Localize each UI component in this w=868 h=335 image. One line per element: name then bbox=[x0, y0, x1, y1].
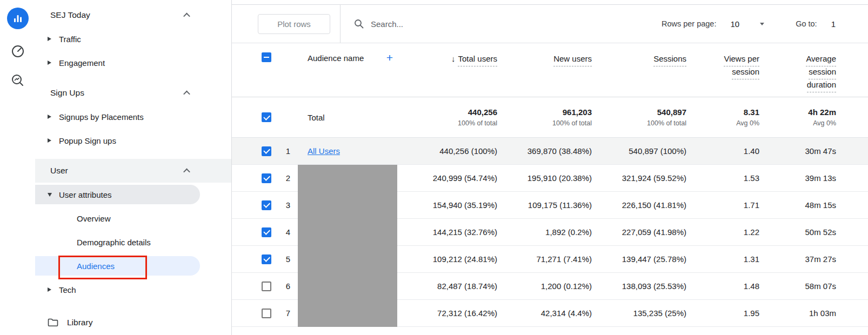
plot-rows-button[interactable]: Plot rows bbox=[258, 14, 330, 34]
row-index: 1 bbox=[278, 146, 298, 156]
selected-pill-background bbox=[35, 256, 200, 276]
nav-item-engagement[interactable]: Engagement bbox=[35, 51, 231, 75]
expand-right-icon bbox=[48, 61, 51, 65]
metric-cell: 1.48 bbox=[686, 282, 759, 291]
table-body: 1 All Users 440,256 (100%) 369,870 (38.4… bbox=[232, 138, 868, 327]
metric-cell: 1,892 (0.2%) bbox=[497, 227, 592, 237]
go-to-page-value[interactable]: 1 bbox=[831, 19, 836, 29]
nav-item-signups-by-placements[interactable]: Signups by Placements bbox=[35, 105, 231, 129]
metric-cell: 144,215 (32.76%) bbox=[402, 227, 497, 237]
nav-section-sej-today[interactable]: SEJ Today bbox=[35, 3, 231, 27]
column-header-avg-session-duration[interactable]: Average session duration bbox=[759, 52, 836, 91]
audiences-report-main: Plot rows Rows per page: 10 Go to: 1 Aud… bbox=[231, 0, 868, 335]
expand-right-icon bbox=[48, 138, 51, 143]
row-checkbox[interactable] bbox=[262, 254, 271, 264]
expand-right-icon bbox=[48, 287, 51, 292]
table-row: 6 82,487 (18.74%) 1,200 (0.12%) 138,093 … bbox=[232, 273, 868, 300]
column-header-sessions[interactable]: Sessions bbox=[592, 52, 686, 65]
redacted-name-block bbox=[298, 192, 397, 219]
metric-cell: 50m 52s bbox=[759, 227, 836, 237]
toolbar-divider bbox=[340, 5, 340, 43]
rows-per-page-label: Rows per page: bbox=[662, 19, 717, 28]
chevron-up-icon bbox=[183, 90, 190, 97]
analytics-bar-chart-icon[interactable] bbox=[7, 8, 29, 29]
row-checkbox[interactable] bbox=[262, 309, 271, 318]
nav-item-audiences[interactable]: Audiences bbox=[35, 254, 231, 278]
expand-right-icon bbox=[48, 37, 51, 41]
nav-item-traffic[interactable]: Traffic bbox=[35, 27, 231, 51]
redacted-name-block bbox=[298, 300, 397, 327]
audience-name-column-header[interactable]: Audience name bbox=[308, 53, 364, 63]
table-row: 3 154,940 (35.19%) 109,175 (11.36%) 226,… bbox=[232, 192, 868, 219]
metric-cell: 440,256 (100%) bbox=[402, 146, 497, 156]
total-new-users: 961,203 100% of total bbox=[497, 108, 592, 127]
column-header-total-users[interactable]: ↓Total users bbox=[402, 52, 497, 65]
column-header-new-users[interactable]: New users bbox=[497, 52, 592, 65]
metric-cell: 42,314 (4.4%) bbox=[497, 309, 592, 318]
rows-per-page-value[interactable]: 10 bbox=[730, 19, 739, 29]
total-sessions: 540,897 100% of total bbox=[592, 108, 686, 127]
nav-item-label: Engagement bbox=[59, 58, 105, 68]
row-checkbox[interactable] bbox=[262, 173, 271, 183]
row-checkbox[interactable] bbox=[262, 282, 271, 291]
search-insights-icon[interactable] bbox=[11, 73, 25, 88]
metric-cell: 1.31 bbox=[686, 254, 759, 264]
metric-cell: 1.53 bbox=[686, 173, 759, 183]
metric-cell: 37m 27s bbox=[759, 254, 836, 264]
go-to-label: Go to: bbox=[796, 19, 817, 28]
pagination-controls: Rows per page: 10 Go to: 1 bbox=[662, 19, 836, 29]
nav-item-user-attributes[interactable]: User attributes bbox=[35, 183, 231, 206]
metric-cell: 135,235 (25%) bbox=[592, 309, 686, 318]
expand-right-icon bbox=[48, 115, 51, 119]
bar-chart-glyph bbox=[12, 13, 23, 24]
add-column-button[interactable]: + bbox=[386, 52, 393, 63]
nav-section-user[interactable]: User bbox=[35, 159, 231, 183]
search-input[interactable] bbox=[371, 19, 544, 29]
nav-item-label: Signups by Placements bbox=[59, 112, 144, 122]
nav-section-sign-ups[interactable]: Sign Ups bbox=[35, 81, 231, 105]
total-views-per-session: 8.31 Avg 0% bbox=[686, 108, 759, 127]
expand-down-icon bbox=[48, 193, 52, 197]
metric-cell: 30m 47s bbox=[759, 146, 836, 156]
nav-item-label: Tech bbox=[59, 285, 76, 294]
dropdown-caret-icon[interactable] bbox=[760, 23, 764, 25]
nav-item-popup-sign-ups[interactable]: Popup Sign ups bbox=[35, 129, 231, 152]
metric-cell: 71,271 (7.41%) bbox=[497, 254, 592, 264]
table-header-row: Audience name + ↓Total users New users S… bbox=[232, 43, 868, 97]
table-row: 1 All Users 440,256 (100%) 369,870 (38.4… bbox=[232, 138, 868, 165]
row-index: 5 bbox=[278, 254, 298, 264]
redacted-name-block bbox=[298, 219, 397, 246]
table-total-row: Total 440,256 100% of total 961,203 100%… bbox=[232, 97, 868, 138]
metric-cell: 139,447 (25.78%) bbox=[592, 254, 686, 264]
metric-cell: 1.22 bbox=[686, 227, 759, 237]
metric-cell: 72,312 (16.42%) bbox=[402, 309, 497, 318]
audience-name-link[interactable]: All Users bbox=[308, 146, 340, 156]
speed-gauge-icon[interactable] bbox=[11, 44, 25, 58]
nav-item-demographic-details[interactable]: Demographic details bbox=[35, 230, 231, 254]
metric-cell: 109,175 (11.36%) bbox=[497, 200, 592, 210]
section-label: Sign Ups bbox=[50, 88, 84, 98]
redacted-name-block bbox=[298, 273, 397, 300]
nav-item-tech[interactable]: Tech bbox=[35, 278, 231, 302]
metric-cell: 58m 07s bbox=[759, 282, 836, 291]
metric-cell: 321,924 (59.52%) bbox=[592, 173, 686, 183]
row-index: 4 bbox=[278, 227, 298, 237]
chevron-up-icon bbox=[183, 168, 190, 175]
nav-item-label: Overview bbox=[77, 214, 111, 223]
row-checkbox[interactable] bbox=[262, 227, 271, 237]
row-index: 3 bbox=[278, 200, 298, 210]
total-avg-session-duration: 4h 22m Avg 0% bbox=[759, 108, 836, 127]
total-row-checkbox[interactable] bbox=[262, 112, 271, 122]
nav-item-overview[interactable]: Overview bbox=[35, 206, 231, 230]
select-all-checkbox[interactable] bbox=[262, 52, 271, 62]
row-index: 7 bbox=[278, 309, 298, 318]
metric-cell: 109,212 (24.81%) bbox=[402, 254, 497, 264]
row-checkbox[interactable] bbox=[262, 146, 271, 156]
row-checkbox[interactable] bbox=[262, 200, 271, 210]
metric-cell: 48m 15s bbox=[759, 200, 836, 210]
metric-cell: 1.95 bbox=[686, 309, 759, 318]
section-label: User bbox=[50, 166, 68, 176]
nav-item-library[interactable]: Library bbox=[35, 311, 231, 334]
total-total-users: 440,256 100% of total bbox=[402, 108, 497, 127]
column-header-views-per-session[interactable]: Views per session bbox=[686, 52, 759, 78]
